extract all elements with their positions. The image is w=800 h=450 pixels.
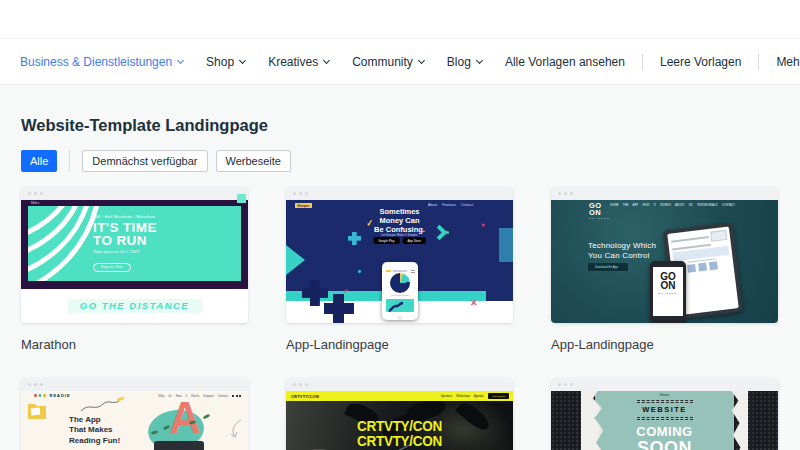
phone-mockup: ✓ [382, 262, 418, 320]
decor-x: ✕ [344, 288, 348, 294]
template-card-coming-soon: Home WEBSITE COMING SOON [551, 378, 778, 450]
hero-copy: Home WEBSITE COMING SOON [595, 391, 734, 450]
templates-gallery-page: Business & Dienstleistungen Shop Kreativ… [0, 0, 800, 450]
category-nav: Business & Dienstleistungen Shop Kreativ… [0, 38, 800, 85]
nav-right-links: Alle Vorlagen ansehen Leere Vorlagen Meh… [505, 54, 800, 70]
hero-button: Register Now [93, 263, 131, 272]
browser-dots-icon [551, 187, 778, 200]
nav-item-label: Shop [206, 55, 234, 69]
hero-title: The App That Makes Reading Fun! [69, 415, 120, 446]
template-card-app-navy: Keeper About Features Contact Sometimes … [286, 187, 513, 352]
chevron-down-icon [177, 56, 184, 63]
hero-lower-band: GO THE DISTANCE [21, 289, 248, 323]
nav-item-shop[interactable]: Shop [206, 55, 245, 69]
letter-a-graphic: A [169, 396, 201, 440]
hero-title-stack: CRTVTY/CON CRTVTY/CON CRTVTY/CON [286, 419, 513, 450]
hero-title-line2: TO RUN [93, 234, 157, 247]
decor-dark-shape [154, 441, 204, 450]
hero-copy: 10K / Half Marathon / Marathon IT'S TIME… [93, 215, 157, 272]
more-menu[interactable]: Mehr [776, 55, 800, 69]
nav-item-label: Community [352, 55, 413, 69]
appstore-badges: Google Play App Store [373, 237, 426, 244]
browser-dots-icon [21, 187, 248, 200]
chevron-down-icon [418, 56, 425, 63]
hero-background [21, 391, 248, 450]
template-name: App-Landingpage [286, 337, 513, 352]
browser-dots-icon [286, 187, 513, 200]
pie-chart [390, 273, 410, 293]
template-header-bar: CRTVTY/CON Speakers Workshops Agenda Get… [286, 391, 513, 401]
template-logo: CRTVTY/CON [291, 394, 319, 399]
template-nav: HOME THE APP HOW IT WORKS ABOUT US TESTI… [610, 203, 735, 207]
dashed-divider [637, 417, 693, 420]
template-row-2: READIE Why Us How It Works Support Conta… [21, 378, 779, 450]
template-thumbnail[interactable]: Keeper About Features Contact Sometimes … [286, 187, 513, 323]
view-all-templates-link[interactable]: Alle Vorlagen ansehen [505, 55, 625, 69]
nav-item-label: Kreatives [268, 55, 318, 69]
template-name: Marathon [21, 337, 248, 352]
divider [642, 54, 643, 70]
decor-dot [358, 270, 361, 273]
nav-item-business[interactable]: Business & Dienstleistungen [20, 55, 183, 69]
squiggle-graphic [79, 396, 125, 414]
nav-item-blog[interactable]: Blog [447, 55, 482, 69]
template-row-1: Miles 10K / Half Marathon / Marathon IT'… [21, 187, 779, 352]
filter-chip-coming-soon[interactable]: Demnächst verfügbar [82, 150, 207, 172]
template-card-marathon: Miles 10K / Half Marathon / Marathon IT'… [21, 187, 248, 352]
template-nav: Home [595, 393, 734, 397]
decor-x: ✕ [470, 298, 478, 308]
hamburger-icon [411, 270, 415, 273]
phone-card [386, 299, 414, 312]
decor-x: ✕ [481, 222, 485, 228]
hero-button: Download the App → [588, 263, 628, 271]
chevron-down-icon [323, 56, 330, 63]
hero-kicker: 10K / Half Marathon / Marathon [93, 215, 157, 219]
nav-item-community[interactable]: Community [352, 55, 424, 69]
main-content: Website-Template Landingpage Alle Demnäc… [0, 85, 800, 450]
template-nav: Speakers Workshops Agenda [441, 394, 484, 398]
template-thumbnail[interactable]: Miles 10K / Half Marathon / Marathon IT'… [21, 187, 248, 323]
browser-dots-icon [286, 378, 513, 391]
template-logo: GO ON STARTUP [589, 202, 610, 220]
google-play-badge: Google Play [373, 237, 399, 244]
filter-chip-all[interactable]: Alle [21, 150, 57, 172]
hero-title: Sometimes Money Can Be Confusing. [286, 207, 513, 234]
browser-dots-icon [551, 378, 778, 391]
decor-triangle [286, 245, 305, 275]
template-name: App-Landingpage [551, 337, 778, 352]
blank-templates-link[interactable]: Leere Vorlagen [660, 55, 741, 69]
template-thumbnail[interactable]: Home WEBSITE COMING SOON [551, 378, 778, 450]
filter-chip-werbeseite[interactable]: Werbeseite [216, 150, 291, 172]
hero-title-line2: SOON [595, 439, 734, 450]
tickets-button: Get Tickets [488, 393, 509, 399]
template-thumbnail[interactable]: GO ON STARTUP HOME THE APP HOW IT WORKS … [551, 187, 778, 323]
dashed-divider [637, 400, 693, 403]
top-white-band [0, 0, 800, 38]
hero-date: Takes place on Oct 7, 2023 [93, 250, 157, 254]
nav-item-kreatives[interactable]: Kreatives [268, 55, 329, 69]
arrow-graphic [227, 418, 247, 440]
check-icon: ✓ [410, 293, 413, 298]
template-thumbnail[interactable]: CRTVTY/CON Speakers Workshops Agenda Get… [286, 378, 513, 450]
chevron-down-icon [476, 56, 483, 63]
folder-graphic [28, 406, 46, 419]
hero-label: WEBSITE [595, 405, 734, 414]
divider [758, 54, 759, 70]
page-title: Website-Template Landingpage [21, 116, 779, 135]
social-icons [232, 395, 241, 397]
decor-cross [324, 294, 354, 323]
template-card-crtvtycon: CRTVTY/CON Speakers Workshops Agenda Get… [286, 378, 513, 450]
nav-item-label: Business & Dienstleistungen [20, 55, 172, 69]
decor-square [237, 194, 246, 203]
phone-logo [386, 270, 391, 272]
app-store-badge: App Store [403, 237, 426, 244]
template-logo: Miles [31, 201, 39, 205]
template-thumbnail[interactable]: READIE Why Us How It Works Support Conta… [21, 378, 248, 450]
filter-bar: Alle Demnächst verfügbar Werbeseite [21, 150, 779, 172]
divider [69, 150, 70, 172]
template-logo: READIE [34, 393, 71, 398]
template-card-readie: READIE Why Us How It Works Support Conta… [21, 378, 248, 450]
home-button [398, 316, 402, 320]
hero-title: Technology Which You Can Control [588, 241, 656, 261]
phone-mockup: GO ON STARTUP [650, 261, 686, 323]
